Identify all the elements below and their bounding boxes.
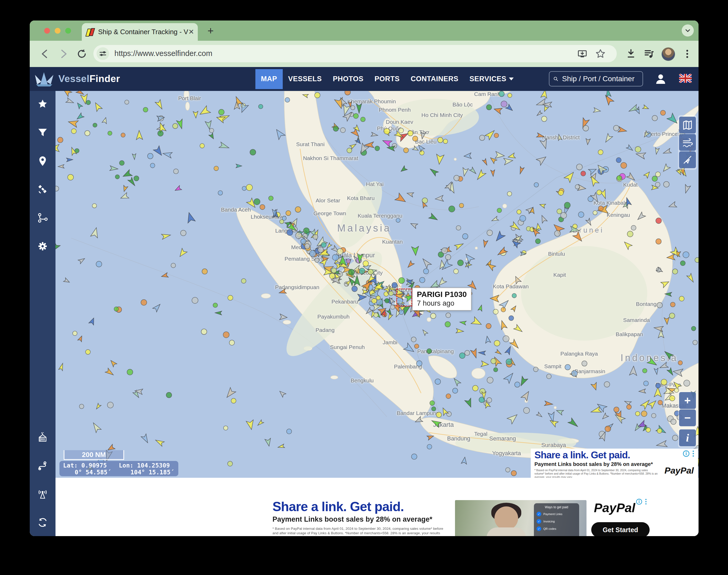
browser-menu-button[interactable] [682, 48, 693, 60]
url-bar[interactable]: https://www.vesselfinder.com [93, 45, 617, 62]
account-icon[interactable] [655, 73, 667, 85]
url-text[interactable]: https://www.vesselfinder.com [115, 49, 212, 58]
vessel-name: PARIGI P1030 [417, 290, 467, 299]
browser-tab[interactable]: Ship & Container Tracking - V ✕ [82, 23, 198, 41]
forward-button[interactable] [58, 48, 69, 60]
search-box[interactable] [549, 71, 643, 87]
map-layer-controls [678, 115, 697, 170]
language-flag-uk[interactable] [679, 74, 692, 83]
ad-fine-print: * Based on PayPal internal data from Apr… [273, 527, 443, 536]
reload-button[interactable] [76, 48, 88, 60]
ad-menu-icon[interactable] [645, 499, 647, 505]
ad-headline: Share a link. Get paid. [534, 450, 630, 461]
check-icon: ✓ [537, 519, 541, 524]
downloads-button[interactable] [625, 48, 637, 60]
favorites-star-icon[interactable] [37, 99, 48, 110]
check-icon: ✓ [537, 512, 541, 516]
tab-search-chevron-button[interactable] [682, 25, 694, 37]
site-header: VesselFinder MAP VESSELS PHOTOS PORTS CO… [30, 67, 699, 91]
chevron-down-icon [509, 77, 514, 80]
brand-wordmark[interactable]: VesselFinder [58, 73, 120, 84]
measure-button[interactable] [679, 151, 696, 168]
map-style-button[interactable] [679, 117, 696, 134]
longitude-decimal: Lon: 104.25309 [119, 462, 175, 469]
ais-antenna-icon[interactable] [37, 489, 48, 499]
weather-button[interactable] [679, 134, 696, 151]
tab-close-icon[interactable]: ✕ [188, 28, 194, 36]
ad-headline: Share a link. Get paid. [273, 499, 404, 514]
ad-fine-print: * Based on PayPal internal data from Apr… [534, 469, 658, 478]
location-pin-icon[interactable] [37, 156, 48, 166]
panel-title: Ways to get paid [537, 505, 576, 509]
search-icon [553, 75, 558, 83]
latitude-decimal: Lat: 0.90975 [63, 462, 119, 469]
vesselfinder-logo [33, 71, 55, 87]
browser-window: Ship & Container Tracking - V ✕ + https:… [30, 21, 699, 536]
ad-menu-icon[interactable] [692, 450, 694, 457]
longitude-dms: 104° 15.185´ [119, 469, 175, 476]
nav-containers[interactable]: CONTAINERS [405, 69, 464, 89]
info-control: i [678, 428, 697, 448]
chevron-down-icon [684, 27, 692, 34]
route-branch-icon[interactable] [37, 213, 48, 223]
map-sidebar [30, 91, 56, 536]
map-icon [682, 120, 693, 130]
compass-route-icon [682, 155, 693, 165]
nav-ports[interactable]: PORTS [369, 69, 405, 89]
nav-photos[interactable]: PHOTOS [327, 69, 369, 89]
check-icon: ✓ [537, 527, 541, 531]
settings-gear-icon[interactable] [37, 241, 48, 251]
search-input[interactable] [562, 74, 639, 83]
map-scale: 200 NM [64, 450, 124, 460]
ad-info-icon[interactable] [683, 450, 690, 457]
site-settings-icon[interactable] [97, 47, 109, 60]
vessel-map[interactable]: MalaysiaIndonesiaBruneiPort BlairKhemara… [56, 91, 699, 478]
media-controls-button[interactable] [643, 48, 655, 60]
zoom-out-button[interactable]: − [679, 409, 696, 426]
ad-subhead: Payment Links boost sales by 28% on aver… [273, 515, 432, 523]
nav-vessels[interactable]: VESSELS [283, 69, 327, 89]
container-crane-icon[interactable] [37, 432, 48, 443]
get-started-button[interactable]: Get Started [591, 522, 650, 536]
bottom-ad-strip: Share a link. Get paid. Payment Links bo… [56, 478, 699, 536]
cursor-coordinates: Lat: 0.90975 0° 54.585´ Lon: 104.25309 1… [59, 461, 178, 476]
vessel-last-seen: 7 hours ago [417, 299, 467, 307]
nav-map[interactable]: MAP [255, 69, 283, 89]
filter-icon[interactable] [37, 128, 48, 138]
tab-title: Ship & Container Tracking - V [98, 28, 188, 36]
ad-subhead: Payment Links boost sales by 28% on aver… [534, 461, 653, 467]
vessel-markers-layer [56, 91, 699, 478]
banner-ad[interactable]: Share a link. Get paid. Payment Links bo… [271, 499, 647, 536]
selected-vessel-outline [397, 289, 412, 306]
close-window-button[interactable] [44, 28, 50, 34]
zoom-controls: + − [678, 391, 697, 428]
vessel-tooltip: PARIGI P1030 7 hours ago [412, 288, 472, 311]
satellite-icon[interactable] [37, 184, 48, 195]
tab-strip: Ship & Container Tracking - V ✕ + [30, 21, 699, 41]
refresh-icon[interactable] [37, 517, 48, 528]
bookmark-star-icon[interactable] [595, 48, 606, 59]
map-ad-overlay[interactable]: Share a link. Get paid. Payment Links bo… [531, 449, 698, 478]
voyage-route-icon[interactable] [37, 461, 48, 471]
back-button[interactable] [39, 48, 51, 60]
install-icon[interactable] [577, 49, 587, 59]
new-tab-button[interactable]: + [208, 26, 214, 35]
vesselfinder-favicon-icon [86, 28, 94, 36]
browser-toolbar: https://www.vesselfinder.com [30, 41, 699, 67]
info-button[interactable]: i [679, 430, 696, 446]
paypal-logo: PayPal [594, 501, 635, 515]
wind-waves-icon [682, 137, 693, 148]
paypal-logo: PayPal [664, 465, 694, 476]
ad-photo: Ways to get paid ✓Payment Links ✓Invoici… [455, 500, 587, 536]
latitude-dms: 0° 54.585´ [63, 469, 119, 476]
profile-avatar[interactable] [661, 47, 675, 61]
ad-info-icon[interactable] [636, 499, 642, 505]
minimize-window-button[interactable] [55, 28, 61, 34]
main-nav: MAP VESSELS PHOTOS PORTS CONTAINERS SERV… [255, 67, 519, 91]
zoom-in-button[interactable]: + [679, 392, 696, 409]
maximize-window-button[interactable] [65, 28, 71, 34]
ad-feature-panel: Ways to get paid ✓Payment Links ✓Invoici… [534, 503, 579, 536]
nav-services[interactable]: SERVICES [464, 69, 519, 89]
